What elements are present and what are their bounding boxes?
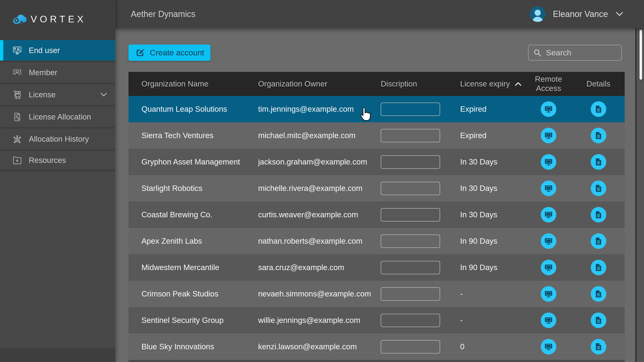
document-icon bbox=[594, 262, 604, 272]
user-name: Eleanor Vance bbox=[553, 9, 608, 19]
table-row[interactable]: Starlight Robotics michelle.rivera@examp… bbox=[128, 175, 625, 202]
document-icon bbox=[594, 104, 604, 114]
remote-access-button[interactable] bbox=[541, 286, 556, 302]
details-button[interactable] bbox=[591, 154, 606, 170]
org-owner: michael.mitc@example.com bbox=[245, 131, 368, 140]
monitor-user-icon bbox=[12, 45, 23, 56]
details-button[interactable] bbox=[591, 207, 606, 222]
monitor-icon bbox=[544, 104, 554, 114]
table-row[interactable]: Midwestern Mercantile sara.cruz@example.… bbox=[128, 254, 625, 281]
person-icon bbox=[534, 10, 541, 16]
table-row[interactable]: Blue Sky Innovations kenzi.lawson@exampl… bbox=[128, 334, 625, 360]
main-content: Create account Organization NameOrganiza… bbox=[115, 28, 644, 362]
content-edge-line bbox=[635, 28, 636, 362]
details-button[interactable] bbox=[591, 286, 606, 302]
table-row[interactable]: Quantum Leap Solutions tim.jennings@exam… bbox=[128, 96, 625, 122]
org-owner: kenzi.lawson@example.com bbox=[245, 342, 368, 351]
document-icon bbox=[594, 236, 604, 246]
description-input[interactable] bbox=[381, 182, 440, 195]
sidebar-item-member[interactable]: Member bbox=[0, 60, 115, 83]
details-button[interactable] bbox=[591, 312, 606, 328]
table-row[interactable]: Crimson Peak Studios nevaeh.simmons@exam… bbox=[128, 281, 625, 307]
details-button[interactable] bbox=[591, 260, 606, 275]
table-row[interactable]: Coastal Brewing Co. curtis.weaver@exampl… bbox=[128, 202, 625, 228]
scrollbar-track[interactable] bbox=[636, 28, 644, 362]
topbar: Aether Dynamics Eleanor Vance bbox=[115, 0, 644, 28]
remote-access-button[interactable] bbox=[541, 233, 556, 249]
search-input[interactable] bbox=[546, 48, 644, 57]
remote-access-button[interactable] bbox=[541, 128, 556, 143]
sidebar-item-resources[interactable]: Resources bbox=[0, 149, 115, 171]
license-expiry: In 30 Days bbox=[447, 184, 525, 193]
org-name: Gryphon Asset Management bbox=[128, 158, 245, 166]
license-expiry: Expired bbox=[447, 105, 525, 114]
table-row[interactable]: Gryphon Asset Management jackson.graham@… bbox=[128, 149, 625, 175]
details-button[interactable] bbox=[591, 233, 606, 249]
description-input[interactable] bbox=[381, 340, 440, 354]
cart-icon bbox=[12, 89, 23, 100]
search-box bbox=[528, 45, 622, 60]
doc-dollar-icon: $ bbox=[12, 112, 23, 122]
remote-access-button[interactable] bbox=[541, 180, 556, 196]
description-input[interactable] bbox=[381, 314, 440, 327]
column-header-license-expiry[interactable]: License expiry bbox=[447, 80, 525, 88]
column-header-organization-name: Organization Name bbox=[128, 80, 245, 88]
sidebar-item-label: Resources bbox=[29, 156, 66, 165]
table-row[interactable]: Sentinel Security Group willie.jennings@… bbox=[128, 307, 625, 334]
org-owner: tim.jennings@example.com bbox=[245, 105, 368, 114]
description-input[interactable] bbox=[381, 287, 440, 301]
monitor-icon bbox=[544, 315, 554, 325]
description-input[interactable] bbox=[381, 155, 440, 169]
description-input[interactable] bbox=[381, 208, 440, 222]
scrollbar-thumb[interactable] bbox=[640, 30, 642, 80]
monitor-icon bbox=[544, 157, 554, 167]
remote-access-button[interactable] bbox=[541, 101, 556, 117]
org-owner: nathan.roberts@example.com bbox=[245, 236, 368, 246]
document-icon bbox=[594, 130, 604, 140]
remote-access-button[interactable] bbox=[541, 339, 556, 354]
details-button[interactable] bbox=[591, 128, 606, 143]
column-header-discription: Discription bbox=[368, 80, 447, 88]
description-input[interactable] bbox=[381, 102, 440, 116]
compose-icon bbox=[135, 48, 145, 58]
sidebar-item-allocation-history[interactable]: Allocation History bbox=[0, 127, 115, 149]
remote-access-button[interactable] bbox=[541, 312, 556, 328]
monitor-icon bbox=[544, 130, 554, 140]
details-button[interactable] bbox=[591, 180, 606, 196]
remote-access-button[interactable] bbox=[541, 207, 556, 222]
table-row[interactable]: Apex Zenith Labs nathan.roberts@example.… bbox=[128, 228, 625, 254]
details-button[interactable] bbox=[591, 101, 606, 117]
org-name: Coastal Brewing Co. bbox=[128, 210, 245, 219]
description-input[interactable] bbox=[381, 129, 440, 142]
document-icon bbox=[594, 210, 604, 220]
org-name: Blue Sky Innovations bbox=[128, 342, 245, 351]
details-button[interactable] bbox=[591, 339, 606, 354]
description-input[interactable] bbox=[381, 234, 440, 248]
org-name: Starlight Robotics bbox=[128, 184, 245, 193]
sidebar-item-license-allocation[interactable]: $ License Allocation bbox=[0, 105, 115, 127]
create-account-button[interactable]: Create account bbox=[128, 44, 210, 61]
monitor-icon bbox=[544, 342, 554, 352]
description-input[interactable] bbox=[381, 261, 440, 274]
remote-access-button[interactable] bbox=[541, 154, 556, 170]
users-icon bbox=[12, 67, 23, 78]
user-menu[interactable]: Eleanor Vance bbox=[530, 6, 624, 22]
document-icon bbox=[594, 157, 604, 167]
sidebar-item-end-user[interactable]: End user bbox=[0, 38, 115, 60]
chevron-down-icon bbox=[100, 92, 107, 97]
monitor-icon bbox=[544, 289, 554, 299]
org-owner: jackson.graham@example.com bbox=[245, 158, 368, 166]
next-row-partial bbox=[128, 360, 625, 362]
monitor-icon bbox=[544, 236, 554, 246]
monitor-icon bbox=[544, 183, 554, 193]
remote-access-button[interactable] bbox=[541, 260, 556, 275]
sidebar-item-license[interactable]: License bbox=[0, 83, 115, 105]
org-owner: nevaeh.simmons@example.com bbox=[245, 290, 368, 298]
sidebar-item-label: License bbox=[29, 90, 56, 99]
chevron-up-icon bbox=[514, 82, 522, 86]
license-expiry: In 30 Days bbox=[447, 158, 525, 166]
org-name: Apex Zenith Labs bbox=[128, 236, 245, 246]
chevron-down-icon bbox=[616, 12, 624, 17]
magnifier-icon bbox=[533, 48, 542, 57]
table-row[interactable]: Sierra Tech Ventures michael.mitc@exampl… bbox=[128, 122, 625, 149]
